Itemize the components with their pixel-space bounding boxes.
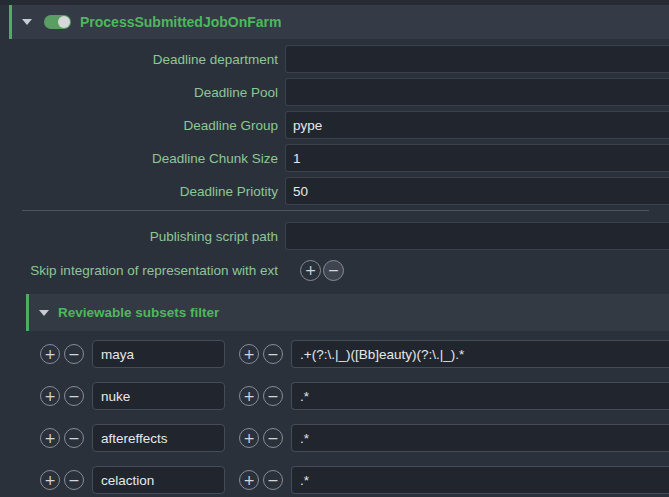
remove-key-button[interactable]: − — [64, 344, 84, 364]
remove-item-button[interactable]: − — [323, 260, 344, 281]
reviewable-filter-list: + − + − + − + − + − + − + − + − — [0, 340, 669, 494]
deadline-pool-input[interactable] — [285, 78, 669, 106]
add-key-button[interactable]: + — [40, 470, 60, 490]
deadline-department-label: Deadline department — [0, 52, 278, 67]
remove-key-button[interactable]: − — [64, 470, 84, 490]
collapse-caret-icon[interactable] — [22, 19, 32, 25]
remove-pattern-button[interactable]: − — [263, 386, 283, 406]
form-row-deadline-chunk-size: Deadline Chunk Size — [0, 144, 669, 172]
add-item-button[interactable]: + — [300, 260, 321, 281]
filter-key-input[interactable] — [92, 466, 225, 494]
toggle-knob — [58, 16, 70, 28]
add-pattern-button[interactable]: + — [239, 470, 259, 490]
add-pattern-button[interactable]: + — [239, 428, 259, 448]
filter-pattern-input[interactable] — [291, 424, 669, 452]
skip-integration-label: Skip integration of representation with … — [0, 263, 278, 278]
publishing-script-path-input[interactable] — [285, 222, 669, 250]
add-key-button[interactable]: + — [40, 344, 60, 364]
deadline-department-input[interactable] — [285, 45, 669, 73]
filter-pattern-input[interactable] — [291, 466, 669, 494]
plugin-header: ProcessSubmittedJobOnFarm — [9, 5, 669, 39]
deadline-chunk-size-input[interactable] — [285, 144, 669, 172]
remove-key-button[interactable]: − — [64, 428, 84, 448]
collapse-caret-icon[interactable] — [39, 310, 49, 316]
add-key-button[interactable]: + — [40, 386, 60, 406]
filter-key-input[interactable] — [92, 424, 225, 452]
deadline-priority-label: Deadline Priotity — [0, 184, 278, 199]
plugin-enabled-toggle[interactable] — [44, 15, 71, 29]
remove-pattern-button[interactable]: − — [263, 344, 283, 364]
filter-row-aftereffects: + − + − — [0, 424, 669, 452]
filter-row-nuke: + − + − — [0, 382, 669, 410]
filter-pattern-input[interactable] — [291, 382, 669, 410]
remove-pattern-button[interactable]: − — [263, 470, 283, 490]
form-row-deadline-priority: Deadline Priotity — [0, 177, 669, 205]
deadline-priority-input[interactable] — [285, 177, 669, 205]
add-pattern-button[interactable]: + — [239, 344, 259, 364]
add-key-button[interactable]: + — [40, 428, 60, 448]
settings-form: Deadline department Deadline Pool Deadli… — [0, 45, 669, 205]
skip-integration-row: Skip integration of representation with … — [0, 259, 669, 281]
section-title: Reviewable subsets filter — [58, 305, 219, 320]
deadline-group-label: Deadline Group — [0, 118, 278, 133]
section-divider — [22, 210, 649, 211]
form-row-deadline-department: Deadline department — [0, 45, 669, 73]
remove-key-button[interactable]: − — [64, 386, 84, 406]
deadline-pool-label: Deadline Pool — [0, 85, 278, 100]
filter-row-maya: + − + − — [0, 340, 669, 368]
form-row-deadline-group: Deadline Group — [0, 111, 669, 139]
filter-row-celaction: + − + − — [0, 466, 669, 494]
form-row-deadline-pool: Deadline Pool — [0, 78, 669, 106]
deadline-chunk-size-label: Deadline Chunk Size — [0, 151, 278, 166]
publishing-script-path-label: Publishing script path — [0, 229, 278, 244]
add-pattern-button[interactable]: + — [239, 386, 259, 406]
deadline-group-input[interactable] — [285, 111, 669, 139]
accent-stripe — [9, 5, 12, 39]
filter-pattern-input[interactable] — [291, 340, 669, 368]
filter-key-input[interactable] — [92, 340, 225, 368]
reviewable-section-header: Reviewable subsets filter — [26, 294, 669, 331]
remove-pattern-button[interactable]: − — [263, 428, 283, 448]
accent-stripe — [26, 294, 29, 331]
filter-key-input[interactable] — [92, 382, 225, 410]
plugin-title: ProcessSubmittedJobOnFarm — [80, 14, 282, 30]
form-row-publishing-script-path: Publishing script path — [0, 222, 669, 250]
